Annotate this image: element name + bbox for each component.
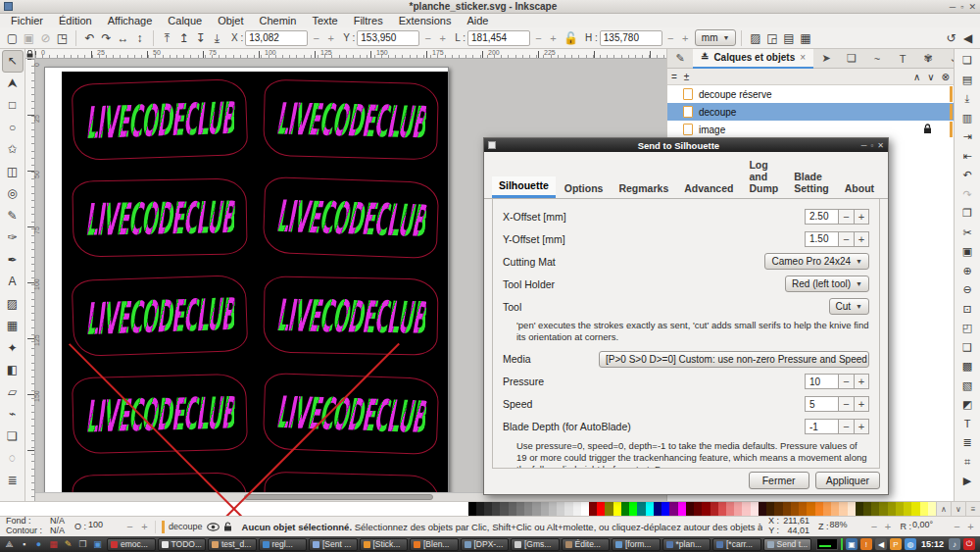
spiral-tool[interactable]: ◎ (2, 182, 24, 205)
horizontal-scrollbar-handle[interactable] (244, 494, 433, 500)
paste-icon[interactable]: ▣ (956, 242, 978, 262)
color-swatch[interactable] (710, 502, 718, 516)
current-layer-name[interactable]: decoupe (169, 522, 203, 531)
width-field-input[interactable]: 181,454 (467, 30, 530, 46)
text-tool[interactable]: A (2, 271, 24, 293)
current-layer-indicator[interactable]: decoupe (155, 521, 238, 533)
ungroup-icon[interactable]: ▧ (956, 376, 978, 396)
mesh-tool[interactable]: ▦ (2, 315, 24, 337)
color-swatch[interactable] (807, 502, 814, 516)
color-swatch[interactable] (734, 502, 742, 516)
paint-bucket-tool[interactable]: ◧ (2, 359, 24, 381)
dialog-tab-options[interactable]: Options (558, 179, 611, 198)
color-swatch[interactable] (920, 502, 928, 516)
color-swatch[interactable] (605, 502, 612, 516)
dialog-maximize-icon[interactable]: ▫ (870, 141, 873, 150)
unit-dropdown[interactable]: mm▼ (695, 29, 737, 46)
x-decrement-button[interactable]: − (310, 30, 322, 45)
taskbar-window-button[interactable]: emoc... (107, 538, 156, 551)
box-3d-tool[interactable]: ◫ (2, 161, 24, 183)
ruler-corner-lock-icon[interactable] (25, 49, 35, 59)
text-dialog-icon[interactable]: T (956, 415, 978, 434)
zoom-drawing-icon[interactable]: ◰ (956, 319, 978, 338)
close-tab-icon[interactable]: × (800, 52, 806, 63)
x-field-input[interactable]: 13,082 (245, 30, 308, 46)
dialog-close-icon[interactable]: ✕ (877, 141, 884, 150)
eraser-tool[interactable]: ▱ (2, 381, 24, 404)
minimize-icon[interactable]: ─ (950, 2, 956, 12)
dock-tab-symbols-icon[interactable]: ✾ (915, 49, 941, 68)
color-swatch[interactable] (799, 502, 807, 516)
color-swatch[interactable] (557, 502, 564, 516)
select-all-layers-icon[interactable]: ▣ (21, 29, 37, 46)
select-all-icon[interactable]: ▢ (4, 29, 21, 46)
taskbar-window-button[interactable]: [Blen... (410, 538, 459, 551)
layers-toolbar-right-button-0[interactable]: ∧ (913, 72, 920, 82)
display-launcher-icon[interactable]: ▣ (90, 538, 105, 551)
layer-lock-icon[interactable] (923, 124, 932, 134)
opacity-decrement-button[interactable]: − (123, 520, 136, 534)
x-increment-button[interactable]: + (324, 30, 337, 45)
selector-tool[interactable]: ↖ (2, 50, 24, 73)
opacity-input[interactable]: 100 (88, 520, 122, 534)
width-increment-button[interactable]: + (547, 30, 560, 45)
color-swatch[interactable] (888, 502, 896, 516)
taskbar-window-button[interactable]: test_d... (208, 538, 257, 551)
taskbar-window-button[interactable]: [Gms... (511, 538, 560, 551)
color-swatch[interactable] (484, 502, 492, 516)
color-swatch[interactable] (911, 502, 919, 516)
color-swatch[interactable] (492, 502, 500, 516)
color-swatch[interactable] (597, 502, 605, 516)
color-swatch[interactable] (549, 502, 557, 516)
gradient-tool[interactable]: ▨ (2, 293, 24, 316)
group-icon[interactable]: ▩ (956, 357, 978, 376)
color-swatch[interactable] (500, 502, 508, 516)
color-swatch[interactable] (856, 502, 863, 516)
window-titlebar[interactable]: *planche_sticker.svg - Inkscape ─ ▫ ✕ (0, 0, 980, 14)
color-swatch[interactable] (468, 502, 476, 516)
dialog-tab-about[interactable]: About (838, 179, 881, 198)
lock-ratio-icon[interactable]: 🔓 (563, 29, 579, 46)
reset-rotation-icon[interactable]: ↺ (943, 29, 959, 46)
taskbar-window-button[interactable]: Send t... (763, 538, 812, 551)
height-field-input[interactable]: 135,780 (600, 30, 662, 46)
move-patterns-icon[interactable]: ▦ (797, 29, 813, 46)
dialog-minimize-icon[interactable]: ─ (861, 141, 867, 150)
network-monitor-icon[interactable]: ▣ (846, 538, 858, 550)
cutting-mat-dropdown[interactable]: Cameo Pro 24x24▼ (764, 253, 869, 270)
dock-tab-text-icon[interactable]: T (890, 49, 915, 68)
color-swatch[interactable] (766, 502, 774, 516)
menu-édition[interactable]: Édition (52, 15, 99, 26)
y-increment-button[interactable]: + (436, 30, 449, 45)
dock-tab-style-icon[interactable]: ✎ (667, 49, 693, 68)
taskbar-window-button[interactable]: [Stick... (360, 538, 409, 551)
dock-tab-export-icon[interactable]: ❏ (839, 49, 864, 68)
dialog-tab-advanced[interactable]: Advanced (677, 179, 740, 198)
color-swatch[interactable] (726, 502, 734, 516)
taskbar-window-button[interactable]: [DPX-... (461, 538, 510, 551)
lower-icon[interactable]: ↧ (192, 29, 209, 46)
color-swatch[interactable] (564, 502, 572, 516)
warning-icon[interactable]: ! (860, 538, 872, 550)
sticker-cut-outline[interactable]: LIVECODECLUB (72, 275, 249, 357)
color-swatch[interactable] (863, 502, 871, 516)
dialog-tab-regmarks[interactable]: Regmarks (612, 179, 675, 198)
style-indicator[interactable]: Fond : N/A Contour : N/A (0, 517, 71, 536)
media-dropdown[interactable]: [P>0 S>0 D>=0] Custom: use non-zero Pres… (599, 351, 869, 368)
sticker-cut-outline[interactable]: LIVECODECLUB (263, 276, 438, 355)
flip-horizontal-icon[interactable]: ↔ (115, 29, 131, 46)
color-swatch[interactable] (541, 502, 549, 516)
zoom-selection-icon[interactable]: ⊡ (956, 300, 978, 320)
connector-tool[interactable]: ⌁ (2, 403, 24, 426)
bezier-pen-tool[interactable]: ✑ (2, 226, 24, 249)
rotation-input[interactable]: 0,00° (912, 520, 950, 534)
zoom-in-icon[interactable]: ⊕ (956, 262, 978, 281)
copy-icon[interactable]: ❐ (956, 204, 978, 224)
taskbar-window-button[interactable]: Édite... (562, 538, 611, 551)
taskbar-window-button[interactable]: [Sent ... (309, 538, 358, 551)
color-swatch[interactable] (896, 502, 904, 516)
rotation-decrement-button[interactable]: − (951, 520, 963, 534)
send-to-silhouette-dialog[interactable]: Send to Silhouette ─ ▫ ✕ SilhouetteOptio… (483, 137, 889, 495)
dialog-titlebar[interactable]: Send to Silhouette ─ ▫ ✕ (484, 138, 888, 152)
package-launcher-icon[interactable]: ▦ (46, 538, 61, 551)
